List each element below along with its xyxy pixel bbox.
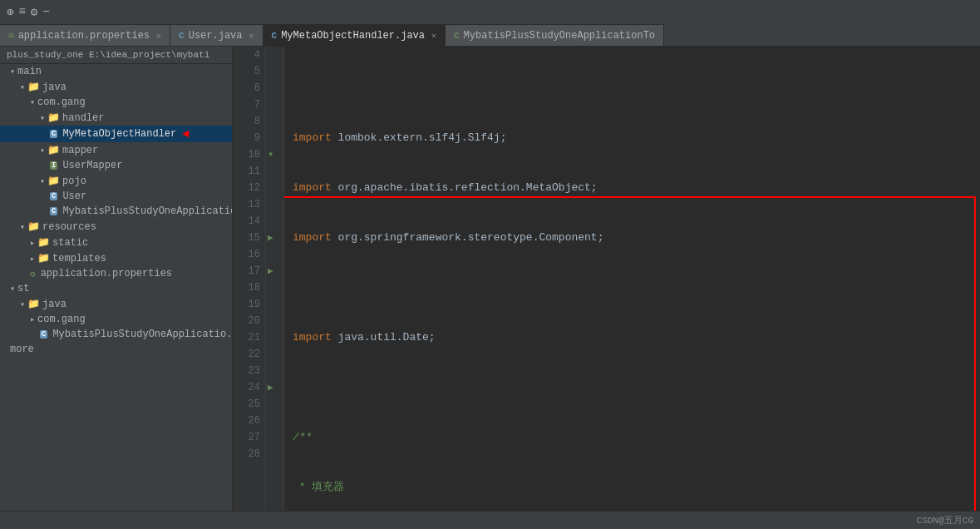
code-content[interactable]: import lombok.extern.slf4j.Slf4j; import… [284, 47, 980, 511]
sidebar-item-more[interactable]: more [0, 342, 232, 357]
sidebar-label-comgang2: com.gang [37, 314, 86, 325]
expand-arrow-comgang: ▾ [30, 97, 35, 107]
tab-user-java[interactable]: C User.java ✕ [170, 24, 263, 46]
tab-application-properties[interactable]: ⚙ application.properties ✕ [0, 24, 170, 46]
sidebar-label-java: java [42, 82, 66, 93]
sidebar-item-templates[interactable]: ▸ 📁 templates [0, 250, 232, 266]
folder-icon-pojo: 📁 [47, 175, 60, 187]
sidebar-item-main[interactable]: ▾ main [0, 64, 232, 79]
code-line-9 [293, 379, 972, 396]
sidebar-label-static: static [52, 237, 88, 249]
sidebar-label-main: main [17, 66, 42, 77]
code-area[interactable]: 4 5 6 7 8 9 10 11 12 13 14 15 16 17 18 1… [233, 47, 980, 511]
tab-bar: ⚙ application.properties ✕ C User.java ✕… [0, 23, 980, 47]
tab-icon-handler: C [272, 31, 278, 41]
code-line-7 [293, 279, 972, 296]
expand-arrow-static: ▸ [30, 238, 35, 248]
sidebar-item-handler[interactable]: ▾ 📁 handler [0, 110, 232, 126]
java-c-icon-app2: C [40, 330, 47, 339]
line-numbers: 4 5 6 7 8 9 10 11 12 13 14 15 16 17 18 1… [233, 47, 266, 511]
sidebar-item-comgang2[interactable]: ▸ com.gang [0, 312, 232, 327]
sidebar-label-java2: java [42, 299, 66, 310]
code-line-8: import java.util.Date; [293, 329, 972, 346]
run-icon-15[interactable]: ▶ [266, 230, 283, 246]
sidebar-item-mymetaobjecthandler[interactable]: C MyMetaObjectHandler ◄ [0, 126, 232, 142]
sidebar-item-pojo[interactable]: ▾ 📁 pojo [0, 173, 232, 189]
tab-close-handler[interactable]: ✕ [431, 31, 436, 41]
toolbar-icon-menu[interactable]: ≡ [18, 5, 25, 18]
tab-label: application.properties [18, 30, 150, 42]
sidebar-item-mybatisapp2[interactable]: C MybatisPlusStudyOneApplicatio... [0, 327, 232, 342]
sidebar-label-mybatisapp1: MybatisPlusStudyOneApplicatio... [62, 205, 232, 217]
toolbar-icon-settings[interactable]: ⚙ [31, 5, 37, 19]
toolbar-icon-minimize[interactable]: − [42, 5, 49, 18]
sidebar-item-usermapper[interactable]: I UserMapper [0, 158, 232, 173]
sidebar-item-comgang[interactable]: ▾ com.gang [0, 95, 232, 110]
sidebar-label-templates: templates [52, 253, 106, 264]
tab-mymetaobjecthandler[interactable]: C MyMetaObjectHandler.java ✕ [263, 24, 446, 46]
toolbar-icon-add[interactable]: ⊕ [7, 5, 13, 19]
expand-arrow: ▾ [10, 67, 15, 77]
code-editor: 4 5 6 7 8 9 10 11 12 13 14 15 16 17 18 1… [233, 47, 980, 511]
java-c-icon-handler: C [50, 130, 57, 138]
tab-icon-user: C [179, 31, 185, 41]
code-line-4: import lombok.extern.slf4j.Slf4j; [293, 130, 972, 146]
sidebar-item-st[interactable]: ▾ st [0, 281, 232, 296]
sidebar-label-mybatisapp2: MybatisPlusStudyOneApplicatio... [52, 329, 232, 340]
expand-arrow-pojo: ▾ [40, 176, 45, 186]
expand-arrow-comgang2: ▸ [30, 314, 35, 324]
java-c-icon-app1: C [50, 207, 57, 215]
sidebar-item-resources[interactable]: ▾ 📁 resources [0, 219, 232, 235]
sidebar-label-resources: resources [42, 221, 96, 233]
tab-icon-app: C [454, 31, 460, 41]
tab-close-props[interactable]: ✕ [156, 31, 161, 41]
code-line-6: import org.springframework.stereotype.Co… [293, 230, 972, 246]
sidebar-item-user[interactable]: C User [0, 189, 232, 204]
status-bar: CSDN@五月CG [0, 511, 980, 529]
tab-icon-props: ⚙ [8, 30, 14, 41]
props-icon: ⚙ [30, 269, 36, 279]
sidebar-item-mapper[interactable]: ▾ 📁 mapper [0, 142, 232, 158]
expand-arrow-resources: ▾ [20, 222, 25, 232]
sidebar-item-appprops[interactable]: ⚙ application.properties [0, 266, 232, 281]
tab-close-user[interactable]: ✕ [249, 31, 254, 41]
gutter: ▾ ▶ ▶ ▶ [266, 47, 284, 511]
sidebar-item-java[interactable]: ▾ 📁 java [0, 79, 232, 95]
sidebar-label-handler: handler [62, 112, 104, 124]
java-c-icon-user: C [50, 192, 57, 200]
project-header: plus_study_one E:\idea_project\mybati [0, 47, 232, 64]
folder-icon-templates: 📁 [37, 252, 50, 264]
code-wrapper: 4 5 6 7 8 9 10 11 12 13 14 15 16 17 18 1… [233, 47, 980, 511]
sidebar-item-mybatisapp1[interactable]: C MybatisPlusStudyOneApplicatio... [0, 204, 232, 219]
run-icon-24[interactable]: ▶ [266, 379, 283, 396]
run-icon-17[interactable]: ▶ [266, 263, 283, 279]
sidebar-label-user: User [62, 190, 86, 202]
sidebar-label-comgang: com.gang [37, 96, 86, 108]
code-line-10: /** [293, 429, 972, 446]
expand-arrow-java: ▾ [20, 82, 25, 92]
watermark-text: CSDN@五月CG [917, 514, 973, 527]
sidebar-label-pojo: pojo [62, 176, 86, 187]
folder-icon-static: 📁 [37, 236, 50, 249]
folder-icon-resources: 📁 [27, 220, 40, 233]
fold-icon-10[interactable]: ▾ [266, 146, 283, 163]
sidebar-label-usermapper: UserMapper [62, 160, 122, 171]
sidebar-label-more: more [10, 344, 34, 355]
expand-arrow-templates: ▸ [30, 254, 35, 264]
tab-mybatisplusstudyone[interactable]: C MybatisPlusStudyOneApplicationTo [446, 24, 664, 46]
tab-label: User.java [189, 30, 243, 42]
folder-icon-mapper: 📁 [47, 144, 60, 156]
code-line-11: * 填充器 [293, 479, 972, 496]
sidebar-label-mymetaobjecthandler: MyMetaObjectHandler [62, 128, 176, 140]
java-i-icon-mapper: I [50, 161, 57, 170]
expand-arrow-st: ▾ [10, 284, 15, 294]
sidebar-item-static[interactable]: ▸ 📁 static [0, 235, 232, 250]
folder-icon-java: 📁 [27, 81, 40, 93]
folder-icon-handler: 📁 [47, 111, 60, 124]
tab-label: MybatisPlusStudyOneApplicationTo [464, 30, 655, 42]
sidebar-label-appprops: application.properties [41, 268, 172, 279]
sidebar-item-java2[interactable]: ▾ 📁 java [0, 296, 232, 312]
toolbar: ⊕ ≡ ⚙ − [0, 0, 980, 23]
red-arrow-indicator: ◄ [182, 127, 189, 141]
expand-arrow-java2: ▾ [20, 299, 25, 309]
